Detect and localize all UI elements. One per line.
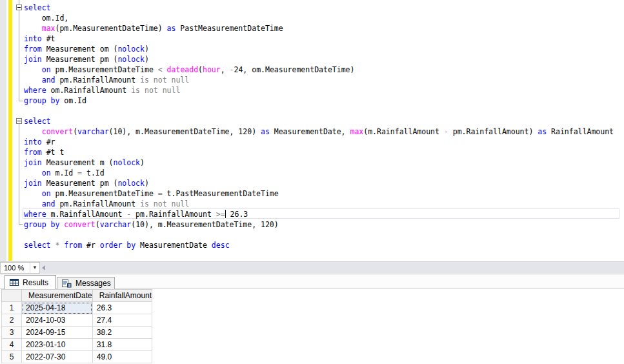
table-row: 42023-01-1031.8 xyxy=(2,339,152,351)
grid-corner-cell[interactable] xyxy=(2,290,22,302)
code-line[interactable]: join Measurement pm (nolock) xyxy=(24,54,149,65)
code-line[interactable]: max(pm.MeasurementDateTime) as PastMeasu… xyxy=(24,23,283,34)
code-line[interactable]: into #r xyxy=(24,137,55,147)
table-row: 52022-07-3049.0 xyxy=(2,351,152,363)
code-line[interactable]: select xyxy=(24,3,51,13)
grid-row-header[interactable]: 3 xyxy=(2,327,22,339)
grid-header-row: MeasurementDateRainfallAmount xyxy=(2,290,152,302)
code-line[interactable]: select xyxy=(24,116,51,126)
grid-column-header[interactable]: RainfallAmount xyxy=(92,290,152,302)
grid-row-header[interactable]: 1 xyxy=(2,302,22,314)
tab-results-label: Results xyxy=(23,278,48,287)
code-line[interactable]: convert(varchar(10), m.MeasurementDateTi… xyxy=(24,126,614,137)
code-area[interactable]: select om.Id, max(pm.MeasurementDateTime… xyxy=(0,0,624,261)
code-line[interactable]: join Measurement pm (nolock) xyxy=(24,178,149,188)
tab-messages[interactable]: Messages xyxy=(57,277,115,289)
sql-editor[interactable]: select om.Id, max(pm.MeasurementDateTime… xyxy=(0,0,624,261)
messages-icon xyxy=(62,279,72,288)
code-line[interactable]: group by om.Id xyxy=(24,96,86,106)
editor-bottom-bar: 100 % ▼ xyxy=(0,261,624,274)
grid-cell-selected[interactable]: 2025-04-18 xyxy=(22,302,93,314)
results-grid: MeasurementDateRainfallAmount12025-04-18… xyxy=(1,289,152,363)
code-line[interactable]: from #t t xyxy=(24,147,64,157)
code-line[interactable]: into #t xyxy=(24,34,55,44)
table-row: 32024-09-1538.2 xyxy=(2,327,152,339)
grid-cell[interactable]: 38.2 xyxy=(92,327,152,339)
code-line[interactable]: on m.Id = t.Id xyxy=(24,168,105,178)
grid-cell[interactable]: 49.0 xyxy=(92,351,152,363)
grid-row-header[interactable]: 4 xyxy=(2,339,22,351)
fold-collapse-icon[interactable] xyxy=(16,118,22,124)
fold-collapse-icon[interactable] xyxy=(16,5,22,10)
code-line[interactable]: on pm.MeasurementDateTime = t.PastMeasur… xyxy=(24,188,279,199)
results-tabbar: Results Messages xyxy=(0,275,624,289)
grid-cell[interactable]: 2024-09-15 xyxy=(22,327,93,339)
tab-messages-label: Messages xyxy=(75,279,111,288)
code-line[interactable]: select * from #r order by MeasurementDat… xyxy=(24,240,230,250)
ssms-query-window: select om.Id, max(pm.MeasurementDateTime… xyxy=(0,0,624,364)
code-line[interactable]: on pm.MeasurementDateTime < dateadd(hour… xyxy=(24,65,354,75)
code-line[interactable]: and pm.RainfallAmount is not null xyxy=(24,75,189,85)
code-line[interactable]: group by convert(varchar(10), m.Measurem… xyxy=(24,219,279,230)
zoom-value: 100 % xyxy=(4,264,24,272)
tab-results[interactable]: Results xyxy=(5,275,56,289)
chevron-down-icon[interactable]: ▼ xyxy=(30,263,39,273)
grid-cell[interactable]: 27.4 xyxy=(92,314,152,327)
code-line[interactable]: where m.RainfallAmount - pm.RainfallAmou… xyxy=(24,209,248,219)
grid-row-header[interactable]: 5 xyxy=(2,351,22,363)
grid-column-header[interactable]: MeasurementDate xyxy=(22,290,93,302)
code-line[interactable]: where om.RainfallAmount is not null xyxy=(24,85,180,96)
table-row: 22024-10-0327.4 xyxy=(2,314,152,327)
grid-row-header[interactable]: 2 xyxy=(2,314,22,327)
scroll-left-arrow-icon[interactable] xyxy=(42,265,45,270)
grid-cell[interactable]: 2022-07-30 xyxy=(22,351,93,363)
code-line[interactable]: om.Id, xyxy=(24,13,68,23)
grid-cell[interactable]: 26.3 xyxy=(92,302,152,314)
grid-cell[interactable]: 31.8 xyxy=(92,339,152,351)
code-line[interactable]: join Measurement m (nolock) xyxy=(24,157,145,168)
results-pane: MeasurementDateRainfallAmount12025-04-18… xyxy=(0,289,624,364)
results-grid-icon xyxy=(10,279,19,286)
table-row: 12025-04-1826.3 xyxy=(2,302,152,314)
code-line[interactable]: and pm.RainfallAmount is not null xyxy=(24,199,189,209)
editor-zoom-select[interactable]: 100 % ▼ xyxy=(0,262,40,274)
grid-cell[interactable]: 2024-10-03 xyxy=(22,314,93,327)
grid-cell[interactable]: 2023-01-10 xyxy=(22,339,93,351)
code-line[interactable]: from Measurement om (nolock) xyxy=(24,44,149,54)
horizontal-scrollbar[interactable] xyxy=(40,262,624,274)
